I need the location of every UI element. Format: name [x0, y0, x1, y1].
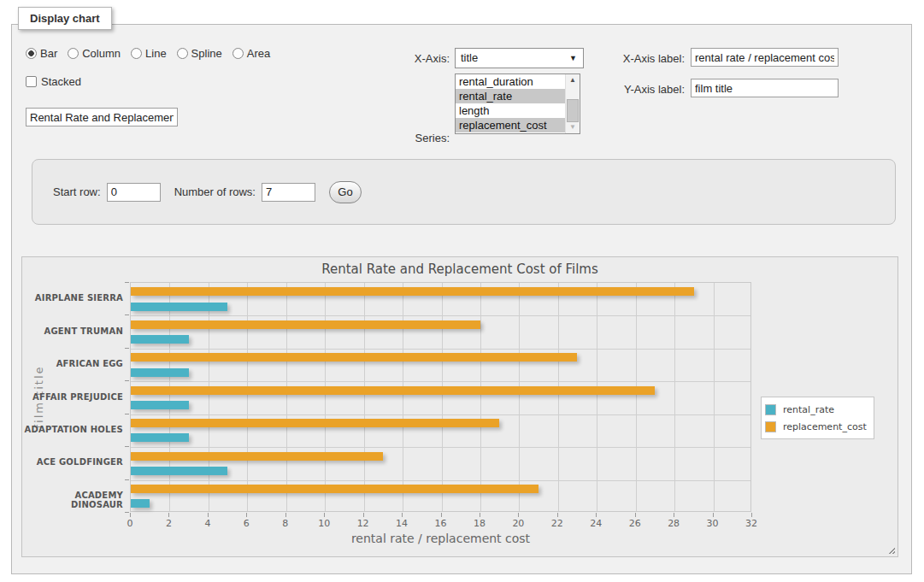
radio-line-input[interactable] [131, 48, 142, 59]
x-tick-mark [713, 513, 714, 517]
series-option-replacement_cost[interactable]: replacement_cost [456, 118, 580, 132]
x-tick-mark [596, 513, 597, 517]
x-tick-label: 20 [505, 518, 531, 529]
gridline-vertical [325, 283, 326, 511]
x-tick-label: 30 [700, 518, 726, 529]
series-scrollbar[interactable]: ▲ ▼ [565, 74, 580, 133]
gridline-vertical [286, 283, 287, 511]
x-axis-select-value: title [461, 51, 478, 64]
gridline-horizontal [131, 381, 750, 382]
scrollbar-thumb[interactable] [567, 99, 579, 122]
stacked-row: Stacked [26, 75, 81, 88]
bar-replacement_cost [131, 419, 499, 427]
plot-area [130, 282, 751, 512]
legend-label: rental_rate [783, 404, 834, 415]
x-tick-label: 16 [428, 518, 454, 529]
radio-spline[interactable]: Spline [177, 47, 222, 60]
gridline-vertical [442, 283, 443, 511]
x-tick-label: 18 [467, 518, 492, 529]
radio-area[interactable]: Area [232, 47, 270, 60]
series-option-rental_duration[interactable]: rental_duration [456, 74, 580, 89]
radio-column[interactable]: Column [68, 47, 121, 60]
x-tick-label: 10 [311, 518, 337, 529]
resize-handle-icon[interactable] [886, 545, 895, 554]
x-tick-mark [674, 513, 674, 517]
scroll-down-icon[interactable]: ▼ [566, 121, 580, 133]
bar-rental_rate [131, 433, 189, 442]
display-chart-panel: Display chart BarColumnLineSplineArea St… [11, 24, 912, 574]
x-tick-mark [130, 513, 131, 517]
scroll-up-icon[interactable]: ▲ [566, 74, 580, 86]
chart-title-input[interactable] [26, 108, 178, 126]
series-option-rental_rate[interactable]: rental_rate [456, 89, 580, 103]
legend-swatch [765, 421, 776, 432]
number-of-rows-input[interactable] [262, 183, 315, 202]
radio-bar-input[interactable] [26, 48, 37, 59]
category-label: AIRPLANE SIERRA [22, 293, 123, 303]
gridline-vertical [714, 283, 715, 511]
gridline-vertical [597, 283, 597, 511]
category-label: AFFAIR PREJUDICE [22, 392, 123, 402]
y-tick-mark [125, 282, 129, 283]
x-tick-mark [285, 513, 286, 517]
radio-label: Spline [191, 47, 222, 60]
series-multiselect[interactable]: rental_durationrental_ratelengthreplacem… [455, 73, 580, 134]
radio-label: Column [82, 47, 121, 60]
x-tick-label: 12 [350, 518, 376, 529]
bar-rental_rate [131, 368, 189, 377]
gridline-horizontal [131, 315, 750, 316]
radio-column-input[interactable] [68, 48, 79, 59]
y-tick-mark [125, 315, 129, 315]
x-tick-mark [557, 513, 558, 517]
x-axis-label-input[interactable] [691, 48, 839, 67]
x-tick-label: 6 [233, 518, 259, 529]
gridline-vertical [558, 283, 559, 511]
x-tick-label: 22 [544, 518, 570, 529]
legend-row: replacement_cost [765, 418, 867, 435]
series-option-length[interactable]: length [456, 103, 580, 118]
x-tick-mark [635, 513, 636, 517]
y-tick-mark [125, 512, 129, 513]
y-tick-mark [125, 414, 129, 414]
bar-rental_rate [131, 335, 189, 344]
x-tick-label: 26 [622, 518, 648, 529]
number-of-rows-label: Number of rows: [174, 185, 256, 198]
radio-spline-input[interactable] [177, 48, 188, 59]
legend-label: replacement_cost [783, 421, 867, 432]
y-tick-mark [125, 446, 129, 447]
gridline-vertical [169, 283, 170, 511]
x-tick-mark [402, 513, 403, 517]
y-axis-label-input[interactable] [691, 79, 839, 97]
category-label: ACADEMY DINOSAUR [22, 491, 123, 509]
bar-replacement_cost [131, 452, 383, 461]
chart-title: Rental Rate and Replacement Cost of Film… [22, 262, 898, 277]
stacked-checkbox[interactable] [26, 76, 37, 87]
radio-line[interactable]: Line [131, 47, 167, 60]
gridline-vertical [209, 283, 209, 511]
x-axis-select-label: X-Axis: [380, 52, 450, 65]
x-axis-label-label: X-Axis label: [615, 52, 685, 65]
gridline-vertical [247, 283, 248, 511]
radio-area-input[interactable] [232, 48, 244, 59]
y-axis-label-label: Y-Axis label: [615, 83, 685, 96]
x-tick-mark [324, 513, 325, 517]
bar-replacement_cost [131, 287, 694, 296]
x-tick-label: 24 [583, 518, 609, 529]
x-axis-select[interactable]: title ▼ [455, 48, 584, 68]
y-tick-mark [125, 479, 129, 480]
chart-type-radio-group: BarColumnLineSplineArea [26, 47, 280, 60]
gridline-horizontal [131, 447, 750, 448]
x-tick-mark [208, 513, 209, 517]
start-row-input[interactable] [107, 183, 161, 202]
gridline-horizontal [131, 349, 750, 350]
category-label: AFRICAN EGG [22, 359, 123, 368]
x-tick-label: 8 [273, 518, 298, 529]
x-tick-mark [518, 513, 519, 517]
y-tick-mark [125, 348, 129, 349]
go-button[interactable]: Go [329, 181, 362, 203]
radio-bar[interactable]: Bar [26, 47, 57, 60]
start-row-label: Start row: [53, 185, 101, 198]
gridline-horizontal [131, 480, 750, 481]
chevron-down-icon: ▼ [569, 49, 577, 68]
chart-legend: rental_ratereplacement_cost [761, 397, 874, 439]
